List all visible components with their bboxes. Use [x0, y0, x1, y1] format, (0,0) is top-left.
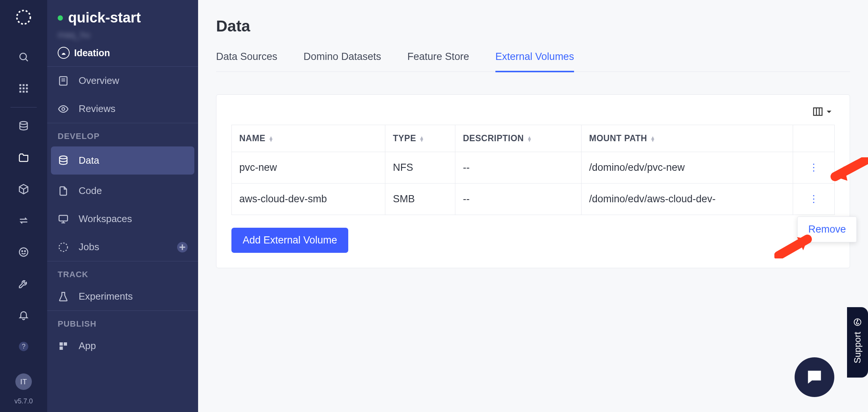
- app-version: v5.7.0: [14, 397, 33, 405]
- cell-description: --: [455, 184, 582, 215]
- svg-rect-9: [19, 91, 21, 93]
- add-external-volume-button[interactable]: Add External Volume: [231, 228, 348, 253]
- svg-rect-10: [23, 91, 25, 93]
- column-mount-path[interactable]: MOUNT PATH▲▼: [582, 125, 793, 152]
- sidebar-item-experiments[interactable]: Experiments: [47, 282, 198, 310]
- sidebar-item-reviews[interactable]: Reviews: [47, 95, 198, 123]
- chat-icon: [805, 367, 824, 387]
- sidebar-item-label: Code: [79, 185, 102, 197]
- table-row: aws-cloud-dev-smb SMB -- /domino/edv/aws…: [232, 184, 835, 215]
- section-publish: PUBLISH: [47, 311, 198, 332]
- svg-rect-23: [59, 215, 68, 221]
- wrench-icon[interactable]: [0, 268, 47, 299]
- svg-line-2: [26, 59, 28, 61]
- section-develop: DEVELOP: [47, 123, 198, 144]
- sidebar-item-data[interactable]: Data: [51, 146, 194, 175]
- swap-icon[interactable]: [0, 205, 47, 236]
- row-actions-menu-icon[interactable]: ⋮: [809, 193, 819, 205]
- svg-rect-33: [814, 108, 822, 115]
- add-job-icon[interactable]: [177, 242, 188, 252]
- cell-description: --: [455, 152, 582, 184]
- svg-point-12: [20, 122, 27, 125]
- stage-icon: [58, 47, 70, 59]
- svg-text:?: ?: [22, 343, 25, 350]
- project-title[interactable]: quick-start: [58, 10, 188, 26]
- volumes-table: NAME▲▼ TYPE▲▼ DESCRIPTION▲▼ MOUNT PATH▲▼…: [231, 125, 835, 215]
- row-actions-menu-icon[interactable]: ⋮: [809, 162, 819, 173]
- svg-point-15: [25, 251, 26, 252]
- sidebar-item-app[interactable]: App: [47, 332, 198, 360]
- svg-point-21: [62, 107, 65, 110]
- column-picker-icon[interactable]: [812, 106, 835, 117]
- svg-rect-30: [60, 342, 63, 346]
- table-row: pvc-new NFS -- /domino/edv/pvc-new ⋮: [232, 152, 835, 184]
- tab-external-volumes[interactable]: External Volumes: [495, 46, 574, 72]
- callout-arrow-icon: [827, 157, 868, 185]
- project-name: quick-start: [68, 10, 141, 26]
- sidebar-item-label: Reviews: [79, 103, 115, 115]
- database-icon[interactable]: [0, 110, 47, 142]
- cell-name: pvc-new: [232, 152, 385, 184]
- main-content: Data Data Sources Domino Datasets Featur…: [198, 0, 868, 412]
- sidebar-item-overview[interactable]: Overview: [47, 67, 198, 95]
- svg-rect-5: [26, 84, 28, 86]
- search-icon[interactable]: [0, 41, 47, 73]
- svg-rect-7: [23, 88, 25, 90]
- svg-rect-8: [26, 88, 28, 90]
- svg-rect-32: [60, 346, 63, 350]
- svg-point-26: [59, 243, 68, 251]
- cell-mount: /domino/edv/pvc-new: [582, 152, 793, 184]
- cell-name: aws-cloud-dev-smb: [232, 184, 385, 215]
- volumes-panel: NAME▲▼ TYPE▲▼ DESCRIPTION▲▼ MOUNT PATH▲▼…: [216, 94, 850, 268]
- apps-grid-icon[interactable]: [0, 73, 47, 104]
- sidebar-item-label: Overview: [79, 75, 119, 87]
- project-header: quick-start maq_hu Ideation: [47, 0, 198, 66]
- smile-icon[interactable]: [0, 236, 47, 268]
- project-sidebar: quick-start maq_hu Ideation Overview Rev…: [47, 0, 198, 412]
- tab-feature-store[interactable]: Feature Store: [407, 46, 469, 72]
- svg-point-37: [857, 320, 858, 321]
- svg-point-22: [60, 156, 67, 159]
- tab-data-sources[interactable]: Data Sources: [216, 46, 277, 72]
- cell-mount: /domino/edv/aws-cloud-dev-: [582, 184, 793, 215]
- tab-domino-datasets[interactable]: Domino Datasets: [304, 46, 381, 72]
- bell-icon[interactable]: [0, 299, 47, 331]
- tab-bar: Data Sources Domino Datasets Feature Sto…: [216, 46, 850, 72]
- support-tab[interactable]: Support: [847, 307, 868, 378]
- support-label: Support: [852, 332, 863, 363]
- callout-arrow-icon: [774, 232, 816, 260]
- svg-rect-4: [23, 84, 25, 86]
- column-name[interactable]: NAME▲▼: [232, 125, 385, 152]
- sidebar-item-label: Data: [79, 155, 99, 166]
- section-track: TRACK: [47, 261, 198, 282]
- sidebar-item-workspaces[interactable]: Workspaces: [47, 205, 198, 233]
- sidebar-item-jobs[interactable]: Jobs: [47, 233, 198, 261]
- user-avatar[interactable]: IT: [15, 373, 32, 390]
- svg-rect-3: [19, 84, 21, 86]
- sidebar-item-code[interactable]: Code: [47, 177, 198, 205]
- cell-type: SMB: [385, 184, 455, 215]
- column-description[interactable]: DESCRIPTION▲▼: [455, 125, 582, 152]
- folder-open-icon[interactable]: [0, 142, 47, 173]
- svg-point-13: [19, 248, 28, 257]
- column-actions: [793, 125, 835, 152]
- svg-rect-31: [64, 342, 67, 346]
- sidebar-item-label: Experiments: [79, 291, 133, 302]
- status-dot-icon: [58, 15, 63, 21]
- column-type[interactable]: TYPE▲▼: [385, 125, 455, 152]
- rail-separator: [10, 107, 37, 107]
- chat-fab[interactable]: [795, 357, 834, 397]
- stage-label: Ideation: [74, 48, 110, 58]
- sidebar-item-label: Jobs: [79, 241, 99, 253]
- svg-point-1: [20, 53, 27, 60]
- svg-point-0: [17, 10, 30, 24]
- svg-rect-6: [19, 88, 21, 90]
- help-icon[interactable]: ?: [0, 331, 47, 362]
- nav-rail: ? IT v5.7.0: [0, 0, 47, 412]
- page-title: Data: [216, 17, 850, 35]
- project-stage[interactable]: Ideation: [58, 47, 188, 59]
- cell-type: NFS: [385, 152, 455, 184]
- project-owner: maq_hu: [58, 30, 188, 40]
- cube-icon[interactable]: [0, 173, 47, 205]
- brand-logo-icon[interactable]: [15, 8, 33, 26]
